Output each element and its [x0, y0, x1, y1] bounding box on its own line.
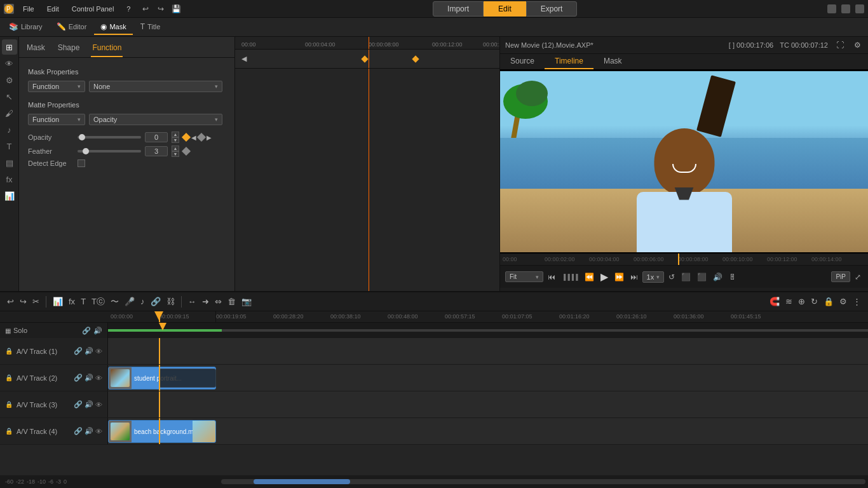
tl-tool-music[interactable]: ♪: [139, 295, 147, 308]
loop-icon[interactable]: ↺: [667, 271, 677, 283]
tl-tool-extra[interactable]: ⋮: [851, 295, 863, 308]
maximize-button[interactable]: [841, 4, 850, 13]
sidebar-layers[interactable]: ▤: [2, 155, 17, 170]
transport-step-back[interactable]: ⏪: [583, 271, 596, 283]
playback-speed-dropdown[interactable]: 1x ▾: [642, 271, 665, 283]
tl-tool-split[interactable]: ✂: [31, 295, 41, 308]
mask-tab-shape[interactable]: Shape: [57, 41, 81, 57]
menu-control-panel[interactable]: Control Panel: [68, 5, 118, 13]
fit-dropdown[interactable]: Fit ▾: [505, 271, 543, 282]
track-1-eye[interactable]: 👁: [95, 348, 102, 355]
av-track-3-content[interactable]: [108, 391, 868, 417]
tl-tool-text[interactable]: T: [79, 295, 88, 308]
feather-keyframe[interactable]: [182, 147, 191, 156]
track-4-link[interactable]: 🔗: [74, 427, 83, 435]
tab-editor[interactable]: ✏️ Editor: [50, 20, 93, 35]
opacity-input[interactable]: [145, 132, 168, 142]
undo-icon[interactable]: ↩: [139, 3, 152, 15]
tl-tool-stretch[interactable]: ⇔: [213, 295, 224, 308]
tl-tool-replace[interactable]: ↻: [809, 295, 820, 308]
detect-edge-checkbox[interactable]: [78, 159, 85, 167]
tl-tool-subtitle[interactable]: Tⓒ: [90, 295, 107, 309]
tl-tool-lock[interactable]: 🔒: [822, 295, 836, 308]
feather-slider[interactable]: [78, 150, 141, 152]
kf-nav-left[interactable]: ◀: [241, 55, 247, 63]
redo-icon[interactable]: ↪: [154, 3, 167, 15]
track-4-clip[interactable]: beach background.mp4: [108, 420, 216, 443]
pip-button[interactable]: PiP: [831, 271, 850, 282]
solo-mute-icon[interactable]: 🔊: [93, 327, 102, 335]
track-3-link[interactable]: 🔗: [74, 400, 83, 409]
edit-button[interactable]: Edit: [484, 1, 526, 17]
settings-icon[interactable]: ⚙: [852, 39, 863, 51]
close-button[interactable]: [855, 4, 864, 13]
sidebar-text[interactable]: T: [2, 139, 17, 154]
track-1-link[interactable]: 🔗: [74, 347, 83, 355]
sidebar-home[interactable]: ⊞: [2, 39, 17, 55]
save-icon[interactable]: 💾: [170, 3, 182, 15]
minimize-button[interactable]: [827, 4, 836, 13]
tab-mask[interactable]: ◉ Mask: [94, 20, 132, 35]
track-4-eye[interactable]: 👁: [95, 428, 102, 435]
keyframe-diamond-1[interactable]: [361, 55, 368, 62]
transport-rewind-all[interactable]: ⏮: [546, 271, 557, 283]
sidebar-chart[interactable]: 📊: [2, 188, 17, 203]
solo-link-icon[interactable]: 🔗: [82, 327, 91, 335]
track-4-mute[interactable]: 🔊: [85, 427, 93, 435]
lock-icon-1[interactable]: 🔒: [5, 348, 13, 355]
tl-tool-unlink[interactable]: ⛓: [165, 295, 177, 308]
tl-tool-voice[interactable]: 🎤: [123, 295, 137, 308]
lock-icon-3[interactable]: 🔒: [5, 401, 13, 408]
menu-file[interactable]: File: [19, 5, 38, 13]
menu-help[interactable]: ?: [123, 5, 134, 13]
sidebar-fx[interactable]: fx: [2, 172, 17, 187]
export-button[interactable]: Export: [526, 1, 578, 17]
opacity-up[interactable]: ▲: [172, 132, 179, 137]
matte-effect-dropdown[interactable]: Opacity ▾: [89, 114, 222, 125]
opacity-slider[interactable]: [78, 136, 141, 139]
av-track-2-content[interactable]: student portrait...: [108, 365, 868, 391]
import-button[interactable]: Import: [433, 1, 484, 17]
track-2-mute[interactable]: 🔊: [85, 374, 93, 382]
transport-step-fwd[interactable]: ⏩: [613, 271, 626, 283]
tab-title[interactable]: T Title: [134, 20, 167, 35]
opacity-down[interactable]: ▼: [172, 137, 179, 143]
tl-tool-adjust[interactable]: ⚙: [837, 295, 849, 308]
track-3-eye[interactable]: 👁: [95, 401, 102, 409]
track-2-link[interactable]: 🔗: [74, 374, 83, 382]
tl-tool-arrow[interactable]: ➜: [200, 295, 211, 308]
mask-type-dropdown[interactable]: Function ▾: [28, 81, 85, 92]
feather-up[interactable]: ▲: [172, 146, 179, 151]
expand-icon[interactable]: ⤢: [853, 271, 863, 283]
preview-tab-mask[interactable]: Mask: [593, 54, 632, 69]
tl-tool-redo[interactable]: ↪: [18, 295, 29, 308]
sidebar-music[interactable]: ♪: [2, 122, 17, 137]
tl-tool-delete[interactable]: 🗑: [226, 295, 238, 308]
preview-tab-timeline[interactable]: Timeline: [545, 54, 593, 69]
transport-play[interactable]: ▶: [599, 269, 610, 284]
zoom-scrollbar[interactable]: [221, 479, 865, 484]
lock-icon-2[interactable]: 🔒: [5, 374, 13, 381]
keyframe-add-icon[interactable]: [197, 133, 206, 142]
tl-tool-insert[interactable]: ⊕: [796, 295, 807, 308]
tl-tool-ripple[interactable]: ≋: [783, 295, 794, 308]
lock-icon-4[interactable]: 🔒: [5, 428, 13, 435]
mask-tab-function[interactable]: Function: [91, 41, 123, 57]
tl-tool-link[interactable]: 🔗: [149, 295, 163, 308]
fullscreen-icon[interactable]: ⛶: [834, 39, 846, 51]
tl-tool-fx[interactable]: fx: [67, 295, 77, 308]
volume-icon[interactable]: 🎚: [727, 271, 738, 283]
preview-tab-source[interactable]: Source: [500, 54, 545, 69]
sidebar-brush[interactable]: 🖌: [2, 105, 17, 121]
mark-in-icon[interactable]: ⬛: [679, 271, 693, 283]
menu-edit[interactable]: Edit: [43, 5, 63, 13]
tl-tool-move[interactable]: ↔: [186, 295, 198, 308]
tl-tool-wave[interactable]: 〜: [109, 295, 121, 309]
av-track-4-content[interactable]: beach background.mp4: [108, 418, 868, 444]
mask-none-dropdown[interactable]: None ▾: [89, 81, 222, 92]
track-2-eye[interactable]: 👁: [95, 374, 102, 382]
track-1-mute[interactable]: 🔊: [85, 347, 93, 355]
tab-library[interactable]: 📚 Library: [3, 20, 49, 35]
mask-tab-mask[interactable]: Mask: [25, 41, 46, 57]
audio-icon[interactable]: 🔊: [711, 271, 724, 283]
